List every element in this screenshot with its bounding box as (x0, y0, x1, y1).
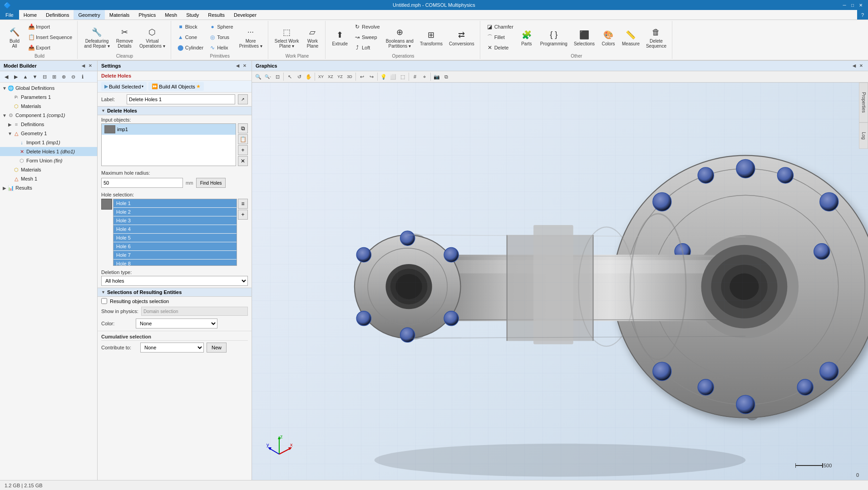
new-button[interactable]: New (207, 343, 227, 353)
render-mode-btn[interactable]: ⬜ (389, 72, 398, 81)
info-btn[interactable]: ℹ (78, 72, 87, 81)
loft-btn[interactable]: ⤴ Loft (351, 43, 382, 53)
virtual-ops-btn[interactable]: ⬡ VirtualOperations ▾ (137, 22, 168, 53)
contribute-select[interactable]: None New (140, 343, 204, 353)
zoom-fit-btn[interactable]: ⊡ (273, 72, 282, 81)
log-tab[interactable]: Log (859, 122, 868, 149)
measure-btn[interactable]: 📏 Measure (619, 22, 642, 53)
more-primitives-btn[interactable]: ⋯ MorePrimitives ▾ (237, 22, 265, 53)
torus-btn[interactable]: ◎ Torus (207, 32, 235, 42)
resulting-objects-checkbox[interactable] (101, 298, 107, 304)
label-edit-btn[interactable]: ↗ (238, 94, 248, 104)
expand-btn[interactable]: ⊕ (59, 72, 68, 81)
chamfer-btn[interactable]: ◪ Chamfer (484, 22, 516, 32)
screenshot-btn[interactable]: 📷 (432, 72, 441, 81)
copy-image-btn[interactable]: ⧉ (442, 72, 451, 81)
tree-toggle-res[interactable]: ▶ (2, 186, 7, 191)
insert-sequence-btn[interactable]: 📋 Insert Sequence (25, 32, 74, 42)
deletion-type-select[interactable]: All holes Selected holes (101, 276, 248, 286)
view-yz-btn[interactable]: YZ (335, 72, 345, 81)
undo-view-btn[interactable]: ↩ (357, 72, 366, 81)
tree-form-union[interactable]: ⬡ Form Union (fin) (0, 156, 97, 165)
delete-sequence-btn[interactable]: 🗑 DeleteSequence (643, 22, 669, 53)
settings-collapse-btn[interactable]: ◀ (234, 63, 241, 69)
light-btn[interactable]: 💡 (379, 72, 388, 81)
hole-item-8[interactable]: Hole 8 (113, 260, 237, 266)
selections-section[interactable]: ▼ Selections of Resulting Entities (98, 288, 252, 297)
zoom-out-btn[interactable]: 🔍- (263, 72, 272, 81)
find-holes-btn[interactable]: Find Holes (196, 178, 226, 188)
wireframe-btn[interactable]: ⬚ (398, 72, 407, 81)
axis-btn[interactable]: ⌖ (420, 72, 429, 81)
nav-down-btn[interactable]: ▼ (30, 72, 39, 81)
rotate-btn[interactable]: ↺ (295, 72, 304, 81)
graphics-viewport[interactable]: z x y 500 0 (252, 83, 868, 480)
tree-toggle-comp[interactable]: ▼ (2, 113, 7, 118)
panel-collapse-btn[interactable]: ◀ (80, 63, 86, 69)
extrude-btn[interactable]: ⬆ Extrude (329, 22, 350, 53)
parts-btn[interactable]: 🧩 Parts (517, 22, 537, 53)
hole-item-7[interactable]: Hole 7 (113, 251, 237, 260)
tree-import[interactable]: ↓ Import 1 (imp1) (0, 138, 97, 147)
hole-item-2[interactable]: Hole 2 (113, 208, 237, 216)
tree-results[interactable]: ▶ 📊 Results (0, 183, 97, 192)
revolve-btn[interactable]: ↻ Revolve (351, 22, 382, 32)
hole-item-5[interactable]: Hole 5 (113, 234, 237, 242)
helix-btn[interactable]: ∿ Helix (207, 43, 235, 53)
close-btn[interactable]: ✕ (857, 1, 864, 9)
split-horiz-btn[interactable]: ⊟ (40, 72, 49, 81)
input-obj-imp1[interactable]: imp1 (102, 124, 236, 135)
tree-component[interactable]: ▼ ⚙ Component 1 (comp1) (0, 111, 97, 120)
label-input[interactable] (127, 94, 235, 104)
delete-holes-section[interactable]: ▼ Delete Holes (98, 106, 252, 115)
mesh-menu[interactable]: Mesh (160, 10, 182, 20)
tree-materials[interactable]: ⬡ Materials (0, 165, 97, 174)
zoom-in-btn[interactable]: 🔍 (254, 72, 263, 81)
color-select[interactable]: None Red Green Blue (136, 318, 217, 328)
hole-item-1[interactable]: Hole 1 (113, 199, 237, 208)
tree-delete-holes[interactable]: ✕ Delete Holes 1 (dho1) (0, 147, 97, 156)
io-copy-btn[interactable]: ⧉ (238, 123, 248, 133)
tree-root-item[interactable]: ▼ 🌐 Global Definitions (0, 83, 97, 93)
results-menu[interactable]: Results (203, 10, 229, 20)
tree-toggle-geo[interactable]: ▼ (7, 131, 13, 136)
tree-geometry[interactable]: ▼ △ Geometry 1 (0, 129, 97, 138)
nav-back-btn[interactable]: ◀ (2, 72, 11, 81)
developer-menu[interactable]: Developer (229, 10, 261, 20)
build-all-btn[interactable]: 🔨 Build All (5, 22, 25, 53)
collapse-btn[interactable]: ⊖ (69, 72, 78, 81)
geometry-menu[interactable]: Geometry (74, 10, 104, 20)
help-btn[interactable]: ? (857, 10, 868, 20)
export-btn[interactable]: 📤 Export (25, 43, 74, 53)
build-all-objects-btn[interactable]: ⏩ Build All Objects ★ (148, 82, 203, 91)
fillet-btn[interactable]: ⌒ Fillet (484, 32, 516, 42)
defeaturing-btn[interactable]: 🔧 Defeaturingand Repair ▾ (81, 22, 113, 53)
view-xy-btn[interactable]: XY (316, 72, 326, 81)
hl-add-btn[interactable]: + (238, 210, 248, 220)
block-btn[interactable]: ■ Block (175, 22, 206, 32)
tree-mesh[interactable]: △ Mesh 1 (0, 174, 97, 183)
transforms-btn[interactable]: ⊞ Transforms (417, 22, 445, 53)
graphics-close-btn[interactable]: ✕ (858, 63, 864, 69)
tree-definitions[interactable]: ▶ ≡ Definitions (0, 120, 97, 129)
tree-toggle-def[interactable]: ▶ (7, 122, 13, 127)
io-add-btn[interactable]: + (238, 145, 248, 155)
definitions-menu[interactable]: Definitions (41, 10, 74, 20)
conversions-btn[interactable]: ⇄ Conversions (446, 22, 477, 53)
cone-btn[interactable]: ▲ Cone (175, 32, 206, 42)
minimize-btn[interactable]: ─ (841, 1, 848, 9)
redo-view-btn[interactable]: ↪ (367, 72, 376, 81)
select-work-plane-btn[interactable]: ⬚ Select WorkPlane ▾ (272, 22, 302, 53)
nav-forward-btn[interactable]: ▶ (11, 72, 20, 81)
split-vert-btn[interactable]: ⊞ (49, 72, 59, 81)
maximize-btn[interactable]: □ (849, 1, 856, 9)
select-mode-btn[interactable]: ↖ (285, 72, 294, 81)
panel-settings-btn[interactable]: ✕ (87, 63, 94, 69)
max-hole-radius-input[interactable] (101, 178, 183, 188)
cylinder-btn[interactable]: ⬤ Cylinder (175, 43, 206, 53)
view-xz-btn[interactable]: XZ (326, 72, 335, 81)
input-objects-list[interactable]: imp1 (101, 123, 236, 166)
materials-menu[interactable]: Materials (105, 10, 134, 20)
pan-btn[interactable]: ✋ (304, 72, 313, 81)
delete-btn[interactable]: ✕ Delete (484, 43, 516, 53)
